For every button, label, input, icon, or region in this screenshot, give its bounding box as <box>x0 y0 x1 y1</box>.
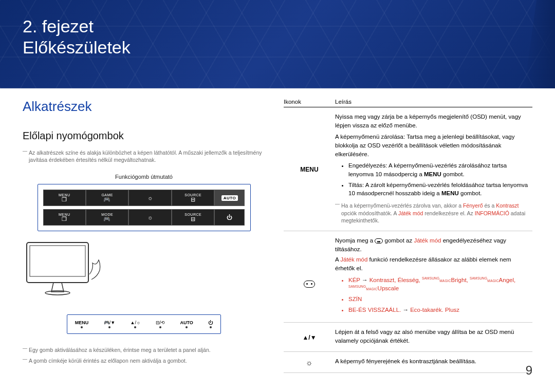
table-row-game: Nyomja meg a gombot az Játék mód engedél… <box>284 236 532 323</box>
osd-menu-button: MENU ❐ <box>43 190 86 206</box>
gamepad-icon-inline <box>375 238 383 244</box>
legend-up-sun: ▲/☼ <box>130 320 140 328</box>
menu-lock-note: Ha a képernyőmenü-vezérlés zárolva van, … <box>335 202 532 225</box>
bullet-szín: SZÍN <box>348 295 532 304</box>
legend-menu: MENU <box>75 320 89 328</box>
row-desc-menu: Nyissa meg vagy zárja be a képernyős meg… <box>335 113 532 225</box>
bullet-be-és: BE-ÉS VISSZAÁLL. → Eco-takarék. Plusz <box>348 306 532 314</box>
note-parts-vary: Az alkatrészek színe és alakja különbözh… <box>23 149 265 163</box>
right-column: Ikonok Leírás MENU Nyissa meg vagy zárja… <box>284 99 532 378</box>
button-legend-strip: MENU 🎮/▼ ▲/☼ ⊟/⟲ AUTO ⏻ <box>67 314 221 334</box>
legend-game-down: 🎮/▼ <box>104 320 115 328</box>
legend-source: ⊟/⟲ <box>156 320 165 328</box>
chapter-number: 2. fejezet <box>23 16 131 36</box>
legend-auto: AUTO <box>180 320 193 328</box>
row-desc-game: Nyomja meg a gombot az Játék mód engedél… <box>335 236 532 316</box>
osd-guide-box: MENU ❐ GAME 🎮 ☼ SOURCE ⊟ AUTO <box>38 184 251 231</box>
page-content: Alkatrészek Előlapi nyomógombok Az alkat… <box>0 88 555 378</box>
row-icon-menu: MENU <box>284 113 335 225</box>
up-down-icon: ▲/▼ <box>302 334 316 341</box>
banner-text: 2. fejezet Előkészületek <box>23 16 131 58</box>
icon-description-table: Ikonok Leírás MENU Nyissa meg vagy zárja… <box>284 99 532 373</box>
monitor-illustration-row <box>23 238 265 300</box>
legend-power: ⏻ <box>208 320 213 328</box>
osd-source-button: SOURCE ⊟ <box>172 190 214 206</box>
menu-lock-bullets: Engedélyezés: A képernyőmenü-vezérlés zá… <box>348 161 532 198</box>
table-row-menu: MENU Nyissa meg vagy zárja be a képernyő… <box>284 113 532 231</box>
svg-point-2 <box>45 291 70 295</box>
osd-brightness-button-2: ☼ <box>128 209 171 226</box>
brightness-icon <box>306 359 313 366</box>
osd-menu-button-2: MENU ❐ <box>43 209 86 226</box>
osd-game-button-2: MODE 🎮 <box>86 209 128 226</box>
row-icon-brightness <box>284 357 335 366</box>
page-number: 9 <box>526 363 532 378</box>
bullet-disable: Tiltás: A zárolt képernyőmenü-vezérlés f… <box>348 181 532 198</box>
table-header: Ikonok Leírás <box>284 99 532 107</box>
osd-source-button-2: SOURCE ⊟ <box>172 209 214 226</box>
function-guide-label: Funkciógomb útmutató <box>23 174 265 180</box>
section-heading: Alkatrészek <box>23 99 265 115</box>
row-icon-updown: ▲/▼ <box>284 328 335 345</box>
bullet-kép: KÉP → Kontraszt, Élesség, SAMSUNGMAGICBr… <box>348 276 532 293</box>
osd-brightness-button: ☼ <box>128 190 171 206</box>
banner-decoration <box>524 0 555 88</box>
note-touch-around: A gomb címkéje körüli érintés az előlapo… <box>23 357 265 364</box>
table-row-updown: ▲/▼ Lépjen át a felső vagy az alsó menüb… <box>284 328 532 351</box>
chapter-title: Előkészületek <box>23 38 131 58</box>
row-icon-game <box>284 236 335 316</box>
row-desc-brightness: A képernyő fényerejének és kontrasztjána… <box>335 357 532 366</box>
table-row-brightness: A képernyő fényerejének és kontrasztjána… <box>284 357 532 373</box>
osd-auto-badge: AUTO <box>214 190 245 206</box>
chapter-banner: 2. fejezet Előkészületek <box>0 0 555 88</box>
gamepad-icon <box>304 281 315 288</box>
svg-rect-1 <box>30 246 85 276</box>
osd-row-1: MENU ❐ GAME 🎮 ☼ SOURCE ⊟ AUTO <box>43 190 245 206</box>
note-activate-touch: Egy gomb aktiválásához a készüléken, éri… <box>23 346 265 353</box>
left-column: Alkatrészek Előlapi nyomógombok Az alkat… <box>23 99 265 378</box>
osd-row-2: MENU ❐ MODE 🎮 ☼ SOURCE ⊟ ⏻ <box>43 209 245 226</box>
header-icons: Ikonok <box>284 99 335 105</box>
osd-game-button: GAME 🎮 <box>86 190 128 206</box>
header-desc: Leírás <box>335 99 532 105</box>
bullet-enable: Engedélyezés: A képernyőmenü-vezérlés zá… <box>348 161 532 178</box>
row-desc-updown: Lépjen át a felső vagy az alsó menübe va… <box>335 328 532 345</box>
monitor-icon <box>23 238 105 300</box>
game-mode-bullets: KÉP → Kontraszt, Élesség, SAMSUNGMAGICBr… <box>348 276 532 314</box>
osd-power-button: ⏻ <box>214 209 245 226</box>
subsection-heading: Előlapi nyomógombok <box>23 130 265 142</box>
